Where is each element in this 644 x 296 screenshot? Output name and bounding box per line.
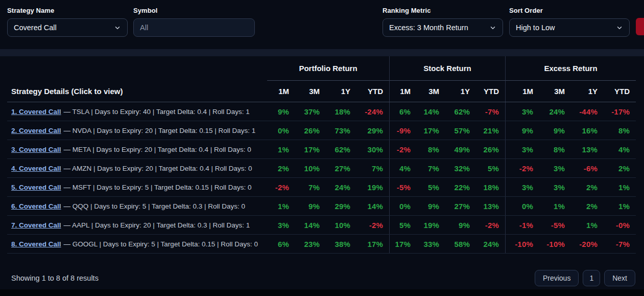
excess-3m-value: 9% [539, 121, 571, 140]
excess-3m-value: -5% [539, 216, 571, 234]
next-page-button[interactable]: Next [604, 270, 635, 286]
strategy-link[interactable]: 8. Covered Call [11, 240, 61, 248]
excess-ytd-value: 1% [604, 197, 636, 215]
page-1-button[interactable]: 1 [583, 270, 600, 286]
chevron-down-icon [489, 24, 496, 31]
portfolio-ytd-value: 19% [356, 178, 389, 196]
excess-1m-value: 3% [505, 102, 539, 121]
strategy-link[interactable]: 1. Covered Call [11, 108, 61, 116]
strategy-name-select[interactable]: Covered Call [7, 18, 128, 37]
excess-ytd-value: -17% [604, 102, 636, 121]
excess-3m-value: 1% [539, 197, 571, 215]
table-row: 6. Covered Call— QQQ | Days to Expiry: 5… [7, 197, 636, 216]
stock-1y-value: 57% [445, 121, 476, 140]
chevron-down-icon [616, 24, 623, 31]
chevron-down-icon [114, 24, 121, 31]
strategy-details-text: — TSLA | Days to Expiry: 40 | Target Del… [64, 108, 250, 116]
strategy-link[interactable]: 4. Covered Call [11, 165, 61, 172]
ranking-metric-value: Excess: 3 Month Return [389, 24, 485, 32]
strategy-link[interactable]: 6. Covered Call [11, 202, 61, 210]
stock-3m-value: 17% [417, 121, 445, 140]
portfolio-1y-value: 10% [326, 216, 356, 234]
portfolio-1y-header: 1Y [326, 81, 356, 102]
results-summary: Showing 1 to 8 of 8 results [11, 274, 99, 282]
portfolio-ytd-value: 29% [356, 121, 389, 140]
portfolio-3m-value: 14% [295, 216, 326, 234]
excess-1m-value: -10% [505, 235, 539, 253]
section-divider [0, 49, 644, 56]
strategy-link[interactable]: 7. Covered Call [11, 221, 61, 229]
portfolio-1y-value: 73% [326, 121, 356, 140]
portfolio-ytd-value: 7% [356, 159, 389, 177]
excess-3m-header: 3M [539, 81, 571, 102]
excess-3m-value: 24% [539, 102, 571, 121]
portfolio-3m-value: 17% [295, 140, 326, 158]
excess-1m-value: -1% [505, 216, 539, 234]
sort-order-label: Sort Order [509, 7, 630, 14]
group-header-excess-return: Excess Return [505, 56, 636, 81]
portfolio-1y-value: 38% [326, 235, 356, 253]
portfolio-3m-value: 37% [295, 102, 326, 121]
portfolio-3m-value: 26% [295, 121, 326, 140]
strategy-name-label: Strategy Name [7, 7, 128, 14]
strategy-details-text: — AMZN | Days to Expiry: 20 | Target Del… [64, 165, 252, 172]
group-header-portfolio-return: Portfolio Return [267, 56, 389, 81]
stock-3m-value: 19% [417, 216, 445, 234]
stock-ytd-value: 18% [476, 178, 505, 196]
stock-1y-value: 32% [445, 159, 476, 177]
excess-ytd-value: 1% [604, 178, 636, 196]
group-header-stock-return: Stock Return [389, 56, 505, 81]
portfolio-3m-value: 9% [295, 197, 326, 215]
strategy-link[interactable]: 2. Covered Call [11, 127, 61, 134]
stock-ytd-value: 13% [476, 197, 505, 215]
symbol-label: Symbol [133, 7, 255, 14]
excess-1m-value: 9% [505, 121, 539, 140]
sort-order-select[interactable]: High to Low [509, 18, 630, 37]
excess-1y-value: 1% [571, 216, 604, 234]
strategy-details-text: — AAPL | Days to Expiry: 20 | Target Del… [64, 221, 250, 229]
strategy-details-text: — GOOGL | Days to Expiry: 5 | Target Del… [64, 240, 258, 248]
strategy-link[interactable]: 3. Covered Call [11, 146, 61, 153]
portfolio-3m-value: 23% [295, 235, 326, 253]
stock-3m-value: 7% [417, 159, 445, 177]
portfolio-1y-value: 62% [326, 140, 356, 158]
excess-1m-value: -2% [505, 159, 539, 177]
filter-bar: Strategy Name Covered Call Symbol Rankin… [0, 0, 644, 49]
ranking-metric-select[interactable]: Excess: 3 Month Return [383, 18, 503, 37]
portfolio-ytd-header: YTD [356, 81, 389, 102]
stock-1m-value: -2% [389, 140, 417, 158]
portfolio-3m-header: 3M [295, 81, 326, 102]
stock-ytd-value: 26% [476, 140, 505, 158]
portfolio-1m-value: -2% [267, 178, 295, 196]
group-header-row: Portfolio Return Stock Return Excess Ret… [7, 56, 636, 81]
excess-3m-value: 8% [539, 140, 571, 158]
portfolio-ytd-value: 30% [356, 140, 389, 158]
table-row: 2. Covered Call— NVDA | Days to Expiry: … [7, 121, 636, 140]
stock-1y-value: 49% [445, 140, 476, 158]
stock-ytd-header: YTD [476, 81, 505, 102]
stock-3m-value: 8% [417, 140, 445, 158]
excess-1y-value: -44% [571, 102, 604, 121]
previous-page-button[interactable]: Previous [535, 270, 579, 286]
portfolio-1m-value: 6% [267, 235, 295, 253]
apply-button[interactable]: Apply [636, 18, 644, 35]
bottom-edge-strip [0, 289, 644, 296]
pagination: Previous 1 Next [535, 270, 635, 286]
stock-ytd-value: 21% [476, 121, 505, 140]
portfolio-1m-value: 9% [267, 102, 295, 121]
stock-ytd-value: 24% [476, 235, 505, 253]
excess-1y-header: 1Y [571, 81, 604, 102]
stock-1m-value: 4% [389, 159, 417, 177]
excess-1m-header: 1M [505, 81, 539, 102]
strategy-details-header: Strategy Details (Click to view) [7, 81, 267, 102]
symbol-input[interactable] [133, 18, 255, 37]
strategy-name-filter: Strategy Name Covered Call [7, 7, 128, 37]
strategy-details-text: — QQQ | Days to Expiry: 5 | Target Delta… [64, 202, 245, 210]
excess-ytd-value: 8% [604, 121, 636, 140]
portfolio-1y-value: 27% [326, 159, 356, 177]
portfolio-1m-value: 1% [267, 140, 295, 158]
excess-1y-value: -6% [571, 159, 604, 177]
excess-1y-value: 2% [571, 197, 604, 215]
portfolio-ytd-value: 17% [356, 235, 389, 253]
strategy-link[interactable]: 5. Covered Call [11, 184, 61, 191]
